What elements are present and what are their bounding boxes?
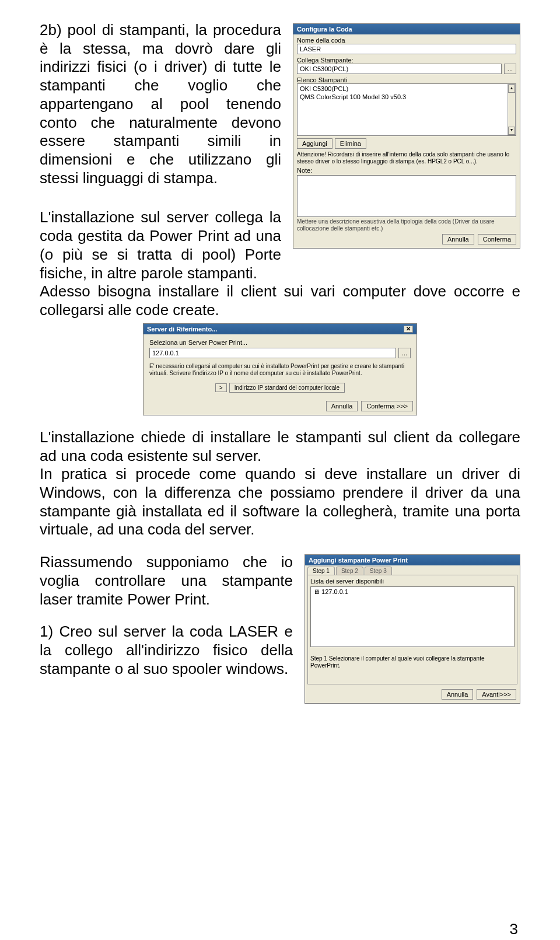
- label-queue-name: Nome della coda: [297, 37, 516, 44]
- chevron-up-icon[interactable]: ▴: [508, 85, 515, 93]
- dialog-titlebar: Server di Riferimento... ✕: [144, 324, 416, 334]
- reference-server-dialog: Server di Riferimento... ✕ Seleziona un …: [143, 323, 417, 415]
- computer-icon: 🖥: [313, 588, 320, 595]
- configure-queue-dialog: Configura la Coda Nome della coda LASER …: [293, 23, 520, 249]
- step-caption: Step 1 Selezionare il computer al quale …: [310, 655, 514, 669]
- server-address-input[interactable]: 127.0.0.1: [149, 348, 396, 358]
- body-paragraph: In pratica si procede come quando si dev…: [40, 465, 520, 539]
- dialog-title: Aggiungi stampante Power Print: [309, 557, 408, 564]
- body-paragraph: L'installazione chiede di installare le …: [40, 428, 520, 465]
- cancel-button[interactable]: Annulla: [442, 689, 474, 700]
- next-button[interactable]: Avanti>>>: [477, 689, 516, 700]
- tab-step1[interactable]: Step 1: [307, 567, 335, 575]
- body-paragraph: Adesso bisogna installare il client sui …: [40, 282, 520, 319]
- page-number: 3: [510, 920, 518, 938]
- dialog-title: Server di Riferimento...: [147, 326, 217, 333]
- confirm-button[interactable]: Conferma >>>: [361, 401, 413, 411]
- notes-textarea[interactable]: [297, 175, 516, 217]
- browse-button[interactable]: ...: [398, 348, 411, 358]
- info-text: E' necessario collegarsi al computer su …: [149, 363, 411, 377]
- label-server-list: Lista dei server disponibili: [310, 578, 514, 585]
- printer-list[interactable]: OKI C5300(PCL) QMS ColorScript 100 Model…: [297, 83, 516, 136]
- tab-step2[interactable]: Step 2: [336, 567, 363, 575]
- dialog-titlebar: Configura la Coda: [293, 24, 520, 34]
- arrow-right-icon[interactable]: >: [215, 383, 227, 392]
- label-select-server: Seleziona un Server Power Print...: [149, 339, 411, 346]
- list-item[interactable]: QMS ColorScript 100 Model 30 v50.3: [300, 93, 505, 102]
- server-list[interactable]: 🖥 127.0.0.1: [310, 586, 514, 647]
- tab-step3[interactable]: Step 3: [365, 567, 392, 575]
- cancel-button[interactable]: Annulla: [442, 234, 474, 244]
- chevron-down-icon[interactable]: ▾: [508, 127, 515, 135]
- connect-printer-input[interactable]: OKI C5300(PCL): [297, 64, 502, 74]
- add-button[interactable]: Aggiungi: [297, 138, 332, 149]
- scrollbar[interactable]: ▴ ▾: [508, 84, 516, 135]
- delete-button[interactable]: Elimina: [335, 138, 366, 149]
- dialog-title: Configura la Coda: [297, 26, 352, 33]
- confirm-button[interactable]: Conferma: [478, 234, 516, 244]
- cancel-button[interactable]: Annulla: [326, 401, 358, 411]
- close-icon[interactable]: ✕: [404, 326, 413, 333]
- label-notes: Note:: [297, 167, 516, 174]
- add-printer-dialog: Aggiungi stampante Power Print Step 1 St…: [304, 554, 520, 704]
- dialog-titlebar: Aggiungi stampante Power Print: [305, 555, 520, 565]
- list-item[interactable]: OKI C5300(PCL): [300, 85, 505, 93]
- label-printer-list: Elenco Stampanti: [297, 76, 516, 83]
- queue-name-input[interactable]: LASER: [297, 44, 516, 54]
- warning-text: Attenzione! Ricordarsi di inserire all'i…: [297, 151, 516, 165]
- use-local-ip-button[interactable]: Indirizzo IP standard del computer local…: [229, 383, 345, 393]
- browse-printer-button[interactable]: ...: [504, 64, 516, 74]
- label-connect-printer: Collega Stampante:: [297, 57, 516, 64]
- list-item[interactable]: 🖥 127.0.0.1: [313, 588, 512, 595]
- hint-text: Mettere una descrizione esaustiva della …: [297, 218, 516, 232]
